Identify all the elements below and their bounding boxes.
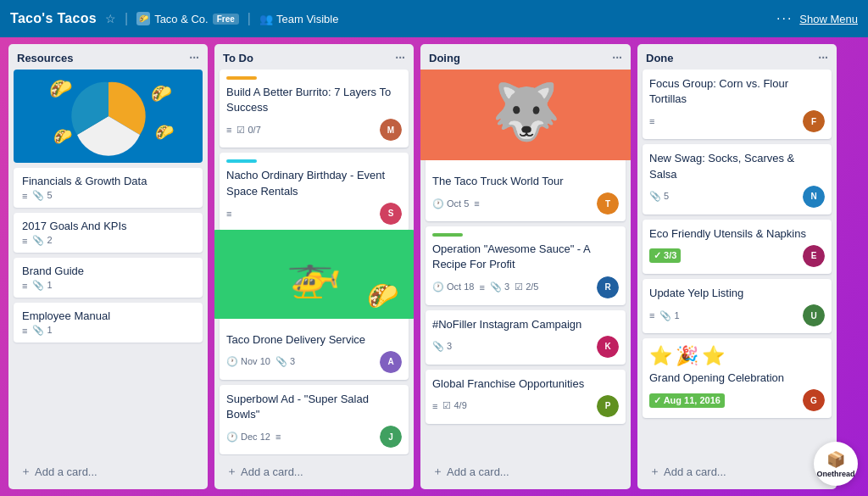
more-options-button[interactable]: ··· — [776, 11, 793, 26]
card-avatar: U — [803, 304, 825, 326]
card-desc-icon: ≡ — [22, 326, 27, 336]
card-title: Grand Opening Celebration — [649, 371, 825, 386]
column-todo: To Do ··· Build A Better Burrito: 7 Laye… — [214, 44, 414, 489]
add-card-button[interactable]: ＋ Add a card... — [14, 459, 203, 484]
list-item[interactable]: Eco Friendly Utensils & Napkins ✓ 3/3 E — [643, 220, 832, 274]
card-label — [226, 76, 257, 80]
column-resources-header: Resources ··· — [8, 44, 208, 70]
card-desc-icon: ≡ — [649, 116, 654, 126]
onethread-icon: 📦 — [826, 450, 845, 469]
resources-cards: Financials & Growth Data ≡ 📎 5 2017 Goal… — [8, 168, 208, 455]
board-title[interactable]: Taco's Tacos — [10, 11, 97, 26]
card-image-content: 🚁 🌮 — [214, 230, 414, 319]
drone-emoji: 🚁 — [287, 248, 342, 300]
card-desc-icon: ≡ — [474, 198, 479, 209]
add-card-button[interactable]: ＋ Add a card... — [643, 459, 832, 484]
card-avatar: J — [380, 426, 402, 448]
card-image: 🚁 🌮 — [214, 230, 414, 319]
card-avatar: M — [380, 119, 402, 141]
card-image-content: 🐺 — [420, 70, 631, 160]
card-attachments: 📎 3 — [432, 341, 452, 352]
column-done-title: Done — [646, 52, 674, 64]
workspace-name: Taco & Co. — [154, 13, 209, 25]
add-card-label: Add a card... — [664, 465, 726, 478]
list-item[interactable]: 2017 Goals And KPIs ≡ 📎 2 — [14, 213, 203, 253]
add-card-button[interactable]: ＋ Add a card... — [426, 459, 626, 484]
avatar-image: N — [803, 186, 825, 208]
avatar-image: J — [380, 426, 402, 448]
column-todo-menu[interactable]: ··· — [395, 51, 405, 64]
card-title: Focus Group: Corn vs. Flour Tortillas — [649, 76, 825, 107]
card-avatar: E — [803, 245, 825, 267]
resources-banner-card[interactable]: 🌮 🌮 🌮 🌮 — [14, 70, 203, 163]
card-title: Update Yelp Listing — [649, 286, 825, 301]
list-item[interactable]: ⭐ 🎉 ⭐ Grand Opening Celebration ✓ Aug 11… — [643, 338, 832, 418]
svg-text:🌮: 🌮 — [53, 127, 73, 146]
list-item[interactable]: Focus Group: Corn vs. Flour Tortillas ≡ … — [643, 70, 832, 139]
column-resources: Resources ··· 🌮 🌮 🌮 🌮 — [8, 44, 208, 489]
list-item[interactable]: Financials & Growth Data ≡ 📎 5 — [14, 168, 203, 208]
card-badge: ✓ 3/3 — [649, 248, 681, 263]
star-icon-2: ⭐ — [702, 345, 725, 367]
card-title: Superbowl Ad - "Super Salad Bowls" — [226, 392, 402, 422]
column-done-menu[interactable]: ··· — [818, 51, 828, 64]
column-doing-menu[interactable]: ··· — [612, 51, 622, 64]
card-avatar: P — [597, 395, 619, 417]
card-avatar: G — [803, 389, 825, 411]
card-desc-icon: ≡ — [649, 310, 654, 320]
list-item[interactable]: Global Franchise Opportunities ≡ ☑ 4/9 P — [426, 370, 626, 424]
list-item[interactable]: New Swag: Socks, Scarves & Salsa 📎 5 N — [643, 144, 832, 214]
card-attachments: 📎 5 — [649, 191, 669, 202]
done-cards: Focus Group: Corn vs. Flour Tortillas ≡ … — [637, 70, 837, 455]
card-date: 🕐 Dec 12 — [226, 432, 270, 443]
card-avatar: N — [803, 186, 825, 208]
avatar-image: U — [803, 304, 825, 326]
column-doing: Doing ··· 🐺 The Taco Truck World Tour 🕐 … — [420, 44, 631, 489]
avatar-image: E — [803, 245, 825, 267]
avatar-image: A — [380, 351, 402, 373]
card-avatar: R — [597, 276, 619, 298]
list-item[interactable]: Build A Better Burrito: 7 Layers To Succ… — [220, 70, 409, 148]
list-item[interactable]: 🐺 The Taco Truck World Tour 🕐 Oct 5 ≡ T — [426, 70, 626, 221]
card-avatar: T — [597, 192, 619, 215]
onethread-logo: 📦 Onethread — [814, 442, 858, 486]
card-date: 🕐 Nov 10 — [226, 356, 270, 367]
star-icon[interactable]: ☆ — [105, 12, 116, 25]
card-desc-icon: ≡ — [22, 191, 27, 201]
card-attachments: 📎 5 — [32, 190, 52, 201]
card-checklist: ☑ 2/5 — [515, 281, 538, 293]
add-card-button[interactable]: ＋ Add a card... — [220, 459, 409, 484]
card-title: Employee Manual — [22, 309, 110, 322]
card-title: Taco Drone Delivery Service — [226, 332, 402, 348]
list-item[interactable]: Operation "Awesome Sauce" - A Recipe For… — [426, 226, 626, 304]
list-item[interactable]: Employee Manual ≡ 📎 1 — [14, 303, 203, 343]
taco-emoji: 🌮 — [367, 281, 398, 310]
visibility-selector[interactable]: 👥 Team Visible — [259, 13, 338, 25]
card-desc-icon: ≡ — [22, 281, 27, 291]
card-attachments: 📎 3 — [490, 281, 509, 293]
column-resources-menu[interactable]: ··· — [189, 51, 199, 64]
avatar-image: T — [597, 192, 619, 215]
column-done: Done ··· Focus Group: Corn vs. Flour Tor… — [637, 44, 837, 489]
board: Resources ··· 🌮 🌮 🌮 🌮 — [0, 37, 868, 496]
add-card-label: Add a card... — [241, 465, 303, 478]
card-desc-icon: ≡ — [432, 401, 437, 411]
list-item[interactable]: Brand Guide ≡ 📎 1 — [14, 258, 203, 298]
list-item[interactable]: #NoFiller Instagram Campaign 📎 3 K — [426, 310, 626, 365]
list-item[interactable]: 🚁 🌮 Taco Drone Delivery Service 🕐 Nov 10… — [220, 237, 409, 380]
card-title: 2017 Goals And KPIs — [22, 220, 127, 232]
card-desc-icon: ≡ — [226, 125, 231, 135]
show-menu-button[interactable]: Show Menu — [799, 13, 858, 25]
list-item[interactable]: Nacho Ordinary Birthday - Event Space Re… — [220, 153, 409, 231]
column-todo-title: To Do — [223, 52, 253, 64]
onethread-label: Onethread — [816, 470, 854, 478]
card-date-badge: ✓ Aug 11, 2016 — [649, 393, 725, 408]
card-avatar: K — [597, 336, 619, 358]
workspace-selector[interactable]: 🌮 Taco & Co. Free — [136, 12, 239, 25]
list-item[interactable]: Superbowl Ad - "Super Salad Bowls" 🕐 Dec… — [220, 385, 409, 454]
star-icon-1: ⭐ — [649, 345, 672, 367]
card-desc-icon: ≡ — [22, 236, 27, 246]
avatar-image: K — [597, 336, 619, 358]
avatar-image: G — [803, 389, 825, 411]
list-item[interactable]: Update Yelp Listing ≡ 📎 1 U — [643, 279, 832, 333]
